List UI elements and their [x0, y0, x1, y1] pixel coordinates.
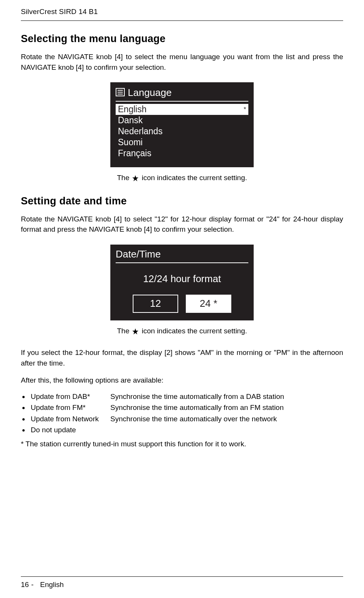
product-name: SilverCrest SIRD 14 B1 [21, 8, 98, 16]
dt-buttons: 12 24 * [116, 295, 248, 313]
screenshot-language: Language English * Dansk Nederlands Suom… [110, 82, 254, 167]
lang-item-suomi: Suomi [116, 137, 248, 148]
star-icon [131, 174, 140, 182]
svg-marker-5 [132, 328, 138, 334]
list-item: Update from FM*Synchronise the time auto… [29, 402, 343, 413]
dt-option-12: 12 [133, 295, 178, 313]
lang-title-row: Language [116, 87, 248, 102]
list-item: Update from DAB*Synchronise the time aut… [29, 391, 343, 402]
lang-item-english: English * [116, 104, 248, 115]
dt-title: Date/Time [116, 248, 248, 263]
caption-current-setting-1: The icon indicates the current setting. [21, 173, 343, 183]
footnote: * The station currently tuned-in must su… [21, 439, 343, 449]
lang-item-francais: Français [116, 148, 248, 159]
update-options-list: Update from DAB*Synchronise the time aut… [21, 391, 343, 436]
svg-marker-4 [132, 175, 138, 181]
list-item: Update from NetworkSynchronise the time … [29, 413, 343, 424]
lang-label: Dansk [118, 115, 143, 126]
lang-label: Suomi [118, 137, 143, 148]
heading-date-time: Setting date and time [21, 195, 343, 207]
para-12hour-note: If you select the 12-hour format, the di… [21, 347, 343, 368]
list-icon [116, 88, 125, 98]
lang-label: English [118, 104, 146, 115]
lang-item-dansk: Dansk [116, 115, 248, 126]
para-options-intro: After this, the following options are av… [21, 375, 343, 386]
lang-label: Français [118, 148, 151, 159]
page-number: 16 [21, 581, 29, 589]
star-icon [131, 327, 140, 335]
selected-marker: * [243, 106, 246, 113]
footer-lang: English [40, 581, 64, 589]
dt-option-24: 24 * [186, 295, 231, 313]
lang-item-nederlands: Nederlands [116, 126, 248, 137]
caption-current-setting-2: The icon indicates the current setting. [21, 326, 343, 336]
para-date-time: Rotate the NAVIGATE knob [4] to select "… [21, 214, 343, 235]
list-item: Do not update [29, 424, 343, 435]
para-menu-language: Rotate the NAVIGATE knob [4] to select t… [21, 52, 343, 72]
dt-subtitle: 12/24 hour format [116, 273, 248, 285]
page-footer: 16 - English [21, 576, 343, 589]
footer-sep: - [31, 581, 33, 589]
lang-title: Language [128, 87, 172, 99]
lang-label: Nederlands [118, 126, 163, 137]
page-header: SilverCrest SIRD 14 B1 [21, 8, 343, 21]
screenshot-datetime: Date/Time 12/24 hour format 12 24 * [110, 245, 254, 320]
heading-menu-language: Selecting the menu language [21, 33, 343, 45]
